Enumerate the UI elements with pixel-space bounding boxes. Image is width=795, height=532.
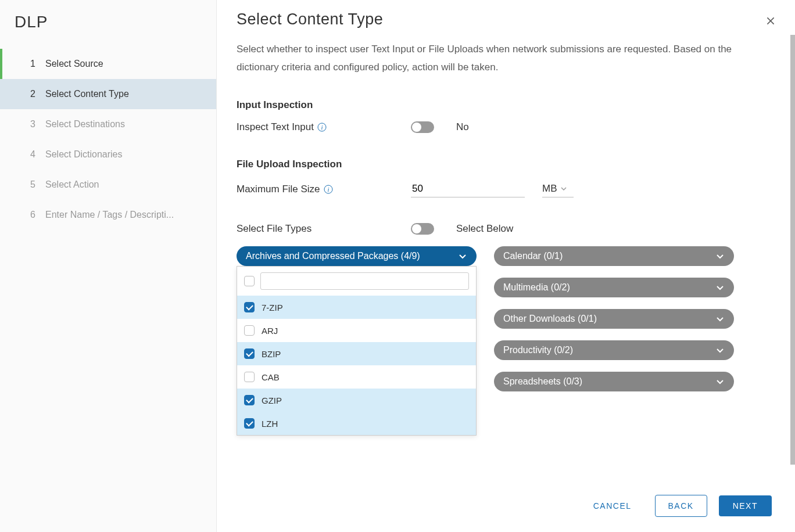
file-type-categories: Archives and Compressed Packages (4/9) 7… bbox=[237, 246, 775, 391]
page-title: Select Content Type bbox=[237, 10, 383, 28]
select-file-types-value: Select Below bbox=[456, 223, 513, 235]
category-calendar[interactable]: Calendar (0/1) bbox=[494, 246, 734, 266]
info-icon[interactable]: i bbox=[317, 123, 327, 132]
category-productivity[interactable]: Productivity (0/2) bbox=[494, 340, 734, 360]
max-file-size-input[interactable] bbox=[411, 181, 525, 197]
cancel-button[interactable]: CANCEL bbox=[582, 495, 643, 516]
info-icon[interactable]: i bbox=[324, 185, 333, 194]
dropdown-item[interactable]: LZH bbox=[237, 412, 476, 435]
description-text: Select whether to inspect user Text Inpu… bbox=[237, 41, 760, 76]
step-select-destinations[interactable]: 3 Select Destinations bbox=[0, 109, 216, 139]
sidebar: DLP 1 Select Source 2 Select Content Typ… bbox=[0, 0, 217, 532]
chevron-down-icon bbox=[715, 346, 725, 355]
file-upload-inspection-title: File Upload Inspection bbox=[237, 159, 775, 170]
svg-text:i: i bbox=[321, 124, 323, 131]
item-checkbox[interactable] bbox=[244, 395, 255, 405]
inspect-text-input-value: No bbox=[456, 121, 469, 133]
inspect-text-input-toggle[interactable] bbox=[411, 121, 434, 133]
item-label: 7-ZIP bbox=[262, 303, 283, 312]
select-file-types-row: Select File Types Select Below bbox=[237, 223, 775, 235]
chevron-down-icon bbox=[715, 377, 725, 386]
dropdown-item[interactable]: BZIP bbox=[237, 342, 476, 365]
dropdown-list[interactable]: 7-ZIPARJBZIPCABGZIPLZH bbox=[237, 296, 476, 435]
category-spreadsheets[interactable]: Spreadsheets (0/3) bbox=[494, 372, 734, 391]
wizard-steps: 1 Select Source 2 Select Content Type 3 … bbox=[0, 49, 216, 230]
dropdown-item[interactable]: ARJ bbox=[237, 319, 476, 342]
select-file-types-toggle[interactable] bbox=[411, 223, 434, 235]
item-label: CAB bbox=[262, 372, 280, 382]
step-enter-name[interactable]: 6 Enter Name / Tags / Descripti... bbox=[0, 200, 216, 230]
next-button[interactable]: NEXT bbox=[719, 495, 772, 516]
file-size-unit-select[interactable]: MB bbox=[542, 181, 574, 197]
item-checkbox[interactable] bbox=[244, 348, 255, 359]
select-file-types-label: Select File Types bbox=[237, 223, 411, 235]
category-archives[interactable]: Archives and Compressed Packages (4/9) bbox=[237, 246, 477, 266]
back-button[interactable]: BACK bbox=[655, 495, 707, 517]
sidebar-title: DLP bbox=[0, 0, 216, 49]
select-all-checkbox[interactable] bbox=[244, 276, 255, 286]
item-label: BZIP bbox=[262, 349, 281, 359]
max-file-size-row: Maximum File Size i MB bbox=[237, 181, 775, 197]
step-select-source[interactable]: 1 Select Source bbox=[0, 49, 216, 79]
dropdown-item[interactable]: CAB bbox=[237, 365, 476, 389]
content-scroll[interactable]: Select whether to inspect user Text Inpu… bbox=[217, 35, 795, 480]
scrollbar-thumb[interactable] bbox=[790, 35, 795, 465]
item-label: GZIP bbox=[262, 396, 282, 405]
item-checkbox[interactable] bbox=[244, 418, 255, 429]
dropdown-search-input[interactable] bbox=[260, 272, 469, 290]
item-label: ARJ bbox=[262, 326, 278, 336]
close-icon[interactable] bbox=[765, 15, 776, 27]
category-other-downloads[interactable]: Other Downloads (0/1) bbox=[494, 309, 734, 329]
step-select-action[interactable]: 5 Select Action bbox=[0, 170, 216, 200]
chevron-down-icon bbox=[715, 251, 725, 261]
chevron-down-icon bbox=[561, 186, 567, 192]
inspect-text-input-row: Inspect Text Input i No bbox=[237, 121, 775, 133]
main-panel: Select Content Type Select whether to in… bbox=[217, 0, 795, 532]
category-multimedia[interactable]: Multimedia (0/2) bbox=[494, 278, 734, 297]
step-select-content-type[interactable]: 2 Select Content Type bbox=[0, 79, 216, 109]
main-header: Select Content Type bbox=[217, 0, 795, 28]
item-checkbox[interactable] bbox=[244, 302, 255, 312]
item-checkbox[interactable] bbox=[244, 325, 255, 336]
item-label: LZH bbox=[262, 419, 278, 429]
footer: CANCEL BACK NEXT bbox=[217, 480, 795, 532]
dropdown-item[interactable]: 7-ZIP bbox=[237, 296, 476, 319]
step-select-dictionaries[interactable]: 4 Select Dictionaries bbox=[0, 139, 216, 170]
max-file-size-label: Maximum File Size i bbox=[237, 184, 411, 195]
input-inspection-title: Input Inspection bbox=[237, 99, 775, 111]
item-checkbox[interactable] bbox=[244, 372, 255, 382]
archives-dropdown: 7-ZIPARJBZIPCABGZIPLZH bbox=[237, 266, 477, 436]
svg-text:i: i bbox=[327, 186, 329, 193]
page-scrollbar[interactable] bbox=[790, 35, 795, 465]
dropdown-search-row bbox=[237, 267, 476, 296]
chevron-down-icon bbox=[458, 251, 467, 261]
chevron-down-icon bbox=[715, 314, 725, 323]
inspect-text-input-label: Inspect Text Input i bbox=[237, 121, 411, 133]
dropdown-item[interactable]: GZIP bbox=[237, 389, 476, 412]
chevron-down-icon bbox=[715, 283, 725, 292]
